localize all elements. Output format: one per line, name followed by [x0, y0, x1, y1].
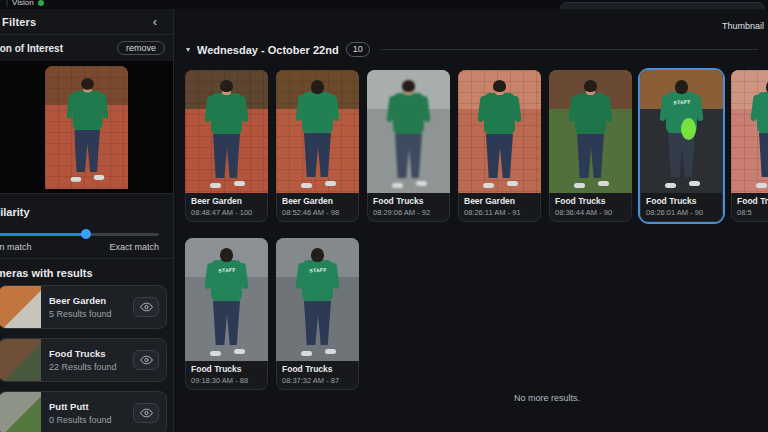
result-thumbnail: STAFF	[640, 70, 723, 193]
camera-name: Putt Putt	[49, 401, 129, 412]
show-camera-button[interactable]	[133, 350, 159, 370]
camera-result-count: 22 Results found	[49, 362, 129, 372]
thumbnail-view-toggle[interactable]: Thumbnail	[722, 21, 764, 31]
camera-meta: Putt Putt 0 Results found	[41, 401, 133, 425]
remove-roi-button[interactable]: remove	[117, 41, 165, 55]
result-caption: Food Trucks 09:18:30 AM - 88	[185, 361, 268, 390]
result-thumbnail: STAFF	[185, 238, 268, 361]
camera-list: Beer Garden 5 Results found Food Trucks …	[0, 285, 167, 432]
similarity-label: Similarity	[0, 206, 30, 218]
match-highlight	[681, 118, 696, 140]
brand-logo-icon	[38, 0, 44, 6]
result-thumbnail	[367, 70, 450, 193]
result-time-score: 08:29:06 AM - 92	[373, 208, 444, 217]
result-time-score: 08:26:01 AM - 90	[646, 208, 717, 217]
results-row-1: Beer Garden 08:48:47 AM - 100 Beer Garde…	[185, 70, 768, 222]
result-caption: Food Trucks 08:26:01 AM - 90	[640, 193, 723, 222]
result-card[interactable]: Beer Garden 08:26:11 AM - 91	[458, 70, 541, 222]
person-figure	[750, 80, 768, 188]
end-of-results-message: No more results.	[514, 393, 580, 403]
eye-icon	[140, 355, 153, 365]
result-camera-label: Food Trucks	[555, 196, 626, 206]
camera-result-item[interactable]: Food Trucks 22 Results found	[0, 338, 167, 382]
filters-sidebar: Filters ‹ Region of Interest remove	[0, 9, 174, 432]
brand-divider: |	[6, 0, 8, 7]
result-camera-label: Food Trucks	[737, 196, 768, 206]
camera-name: Beer Garden	[49, 295, 129, 306]
app-brand: | Vision	[6, 0, 44, 7]
cameras-with-results-label: Cameras with results	[0, 267, 167, 279]
result-thumbnail	[458, 70, 541, 193]
result-camera-label: Food Trucks	[191, 364, 262, 374]
result-caption: Food Trucks 08:36:44 AM - 90	[549, 193, 632, 222]
result-time-score: 08:52:46 AM - 98	[282, 208, 353, 217]
result-camera-label: Food Trucks	[282, 364, 353, 374]
similarity-slider[interactable]	[0, 229, 159, 239]
result-thumbnail	[185, 70, 268, 193]
result-camera-label: Beer Garden	[282, 196, 353, 206]
divider	[381, 49, 758, 50]
camera-result-item[interactable]: Beer Garden 5 Results found	[0, 285, 167, 329]
collapse-sidebar-icon[interactable]: ‹	[153, 17, 157, 27]
filters-title: Filters	[2, 16, 36, 28]
result-count-badge: 10	[346, 42, 370, 57]
slider-thumb[interactable]	[81, 229, 91, 239]
shirt-text: STAFF	[673, 98, 691, 105]
person-figure	[295, 80, 341, 188]
result-caption: Food Trucks 08:37:32 AM - 87	[276, 361, 359, 390]
region-of-interest-label: Region of Interest	[0, 43, 63, 54]
result-card[interactable]: Beer Garden 08:48:47 AM - 100	[185, 70, 268, 222]
result-card[interactable]: STAFF Food Trucks 08:37:32 AM - 87	[276, 238, 359, 390]
show-camera-button[interactable]	[133, 403, 159, 423]
person-figure	[477, 80, 523, 188]
result-thumbnail: STAFF	[276, 238, 359, 361]
person-figure: STAFF	[659, 80, 705, 188]
result-caption: Beer Garden 08:52:46 AM - 98	[276, 193, 359, 222]
person-figure	[64, 78, 108, 182]
result-camera-label: Food Trucks	[646, 196, 717, 206]
result-card[interactable]: STAFF Food Trucks 08:26:01 AM - 90	[640, 70, 723, 222]
show-camera-button[interactable]	[133, 297, 159, 317]
camera-name: Food Trucks	[49, 348, 129, 359]
date-group-label: Wednesday - October 22nd	[197, 44, 339, 56]
result-camera-label: Food Trucks	[373, 196, 444, 206]
person-figure: STAFF	[295, 248, 341, 356]
global-search-input[interactable]	[560, 2, 765, 9]
result-time-score: 08:26:11 AM - 91	[464, 208, 535, 217]
result-card[interactable]: Food Trucks 08:36:44 AM - 90	[549, 70, 632, 222]
result-card[interactable]: STAFF Food Trucks 09:18:30 AM - 88	[185, 238, 268, 390]
shirt-text: STAFF	[309, 266, 327, 273]
similarity-min-label: Min match	[0, 242, 32, 252]
camera-thumbnail	[0, 391, 41, 432]
result-time-score: 08:36:44 AM - 90	[555, 208, 626, 217]
roi-image	[45, 66, 128, 189]
roi-preview-area	[0, 61, 173, 193]
slider-fill	[0, 233, 85, 236]
result-time-score: 08:5	[737, 208, 768, 217]
result-card[interactable]: Food Trucks 08:29:06 AM - 92	[367, 70, 450, 222]
result-caption: Food Trucks 08:5	[731, 193, 768, 222]
camera-result-item[interactable]: Putt Putt 0 Results found	[0, 391, 167, 432]
shirt-text: STAFF	[218, 266, 236, 273]
result-card[interactable]: Food Trucks 08:5	[731, 70, 768, 222]
result-camera-label: Beer Garden	[191, 196, 262, 206]
similarity-max-label: Exact match	[109, 242, 159, 252]
app-name: Vision	[12, 0, 34, 7]
camera-result-count: 5 Results found	[49, 309, 129, 319]
result-thumbnail	[276, 70, 359, 193]
camera-meta: Beer Garden 5 Results found	[41, 295, 133, 319]
camera-result-count: 0 Results found	[49, 415, 129, 425]
app-window: | Vision Filters ‹ Region of Interest re…	[0, 0, 768, 432]
result-camera-label: Beer Garden	[464, 196, 535, 206]
camera-meta: Food Trucks 22 Results found	[41, 348, 133, 372]
person-figure	[568, 80, 614, 188]
result-caption: Food Trucks 08:29:06 AM - 92	[367, 193, 450, 222]
result-thumbnail	[549, 70, 632, 193]
date-group-caret-icon[interactable]: ▾	[186, 45, 190, 54]
result-card[interactable]: Beer Garden 08:52:46 AM - 98	[276, 70, 359, 222]
person-figure: STAFF	[204, 248, 250, 356]
result-time-score: 08:48:47 AM - 100	[191, 208, 262, 217]
result-thumbnail	[731, 70, 768, 193]
eye-icon	[140, 302, 153, 312]
results-row-2: STAFF Food Trucks 09:18:30 AM - 88 STAFF…	[185, 238, 359, 390]
